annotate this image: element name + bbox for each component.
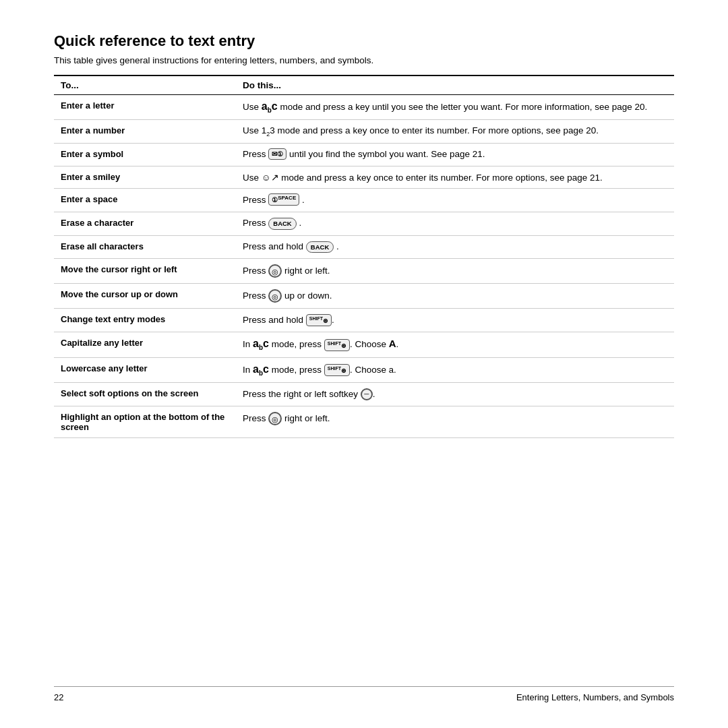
table-row: Erase a character Press BACK . xyxy=(54,212,674,235)
table-row: Change text entry modes Press and hold S… xyxy=(54,308,674,332)
abc-mode-cap-icon: abc xyxy=(253,338,269,349)
row-content: Press ①SPACE . xyxy=(236,188,674,212)
row-content: Press ◎ right or left. xyxy=(236,406,674,437)
row-label: Enter a smiley xyxy=(54,166,236,188)
table-row: Enter a number Use 123 mode and press a … xyxy=(54,120,674,144)
table-row: Enter a symbol Press ✉① until you find t… xyxy=(54,143,674,166)
row-label: Enter a letter xyxy=(54,95,236,120)
reference-table: To... Do this... Enter a letter Use abc … xyxy=(54,75,674,438)
back-key-hold-icon: BACK xyxy=(306,241,334,253)
row-content: In abc mode, press SHIFT⊛. Choose a. xyxy=(236,357,674,382)
row-label: Enter a space xyxy=(54,188,236,212)
row-label: Erase a character xyxy=(54,212,236,235)
row-label: Change text entry modes xyxy=(54,308,236,332)
page-title: Quick reference to text entry xyxy=(54,32,674,50)
table-row: Erase all characters Press and hold BACK… xyxy=(54,235,674,258)
table-row: Select soft options on the screen Press … xyxy=(54,382,674,406)
row-content: Press ◎ up or down. xyxy=(236,283,674,308)
row-content: Press and hold SHIFT⊛. xyxy=(236,308,674,332)
row-content: Press BACK . xyxy=(236,212,674,235)
table-row: Enter a smiley Use ☺↗ mode and press a k… xyxy=(54,166,674,188)
capital-a-label: A xyxy=(389,338,396,349)
table-row: Move the cursor up or down Press ◎ up or… xyxy=(54,283,674,308)
shift-key-icon: SHIFT⊛ xyxy=(306,314,332,327)
row-content: Press the right or left softkey ─. xyxy=(236,382,674,406)
row-content: Press and hold BACK . xyxy=(236,235,674,258)
page-footer: 22 Entering Letters, Numbers, and Symbol… xyxy=(54,686,674,702)
page-container: Quick reference to text entry This table… xyxy=(0,0,728,465)
row-label: Enter a number xyxy=(54,120,236,144)
row-label: Move the cursor up or down xyxy=(54,283,236,308)
back-key-icon: BACK xyxy=(268,218,296,229)
row-content: Use abc mode and press a key until you s… xyxy=(236,95,674,120)
table-row: Lowercase any letter In abc mode, press … xyxy=(54,357,674,382)
softkey-icon: ─ xyxy=(361,388,373,400)
smiley-mode-icon: ☺↗ xyxy=(262,173,279,183)
page-number: 22 xyxy=(54,692,63,702)
table-row: Enter a space Press ①SPACE . xyxy=(54,188,674,212)
shift-key-cap-icon: SHIFT⊛ xyxy=(324,339,350,352)
page-subtitle: This table gives general instructions fo… xyxy=(54,55,674,65)
table-row: Move the cursor right or left Press ◎ ri… xyxy=(54,258,674,283)
nav-key-icon2: ◎ xyxy=(268,289,282,303)
row-content: Press ✉① until you find the symbol you w… xyxy=(236,143,674,166)
row-label: Lowercase any letter xyxy=(54,357,236,382)
row-label: Highlight an option at the bottom of the… xyxy=(54,406,236,437)
table-row: Capitalize any letter In abc mode, press… xyxy=(54,332,674,357)
lower-a-label: a xyxy=(389,365,394,375)
row-label: Capitalize any letter xyxy=(54,332,236,357)
row-content: In abc mode, press SHIFT⊛. Choose A. xyxy=(236,332,674,357)
col2-header: Do this... xyxy=(236,75,674,95)
row-label: Move the cursor right or left xyxy=(54,258,236,283)
row-content: Use 123 mode and press a key once to ent… xyxy=(236,120,674,144)
chapter-title: Entering Letters, Numbers, and Symbols xyxy=(516,692,674,702)
num-mode-icon: 123 xyxy=(262,125,275,135)
row-content: Use ☺↗ mode and press a key once to ente… xyxy=(236,166,674,188)
col1-header: To... xyxy=(54,75,236,95)
row-label: Erase all characters xyxy=(54,235,236,258)
row-label: Select soft options on the screen xyxy=(54,382,236,406)
symbol-key-icon: ✉① xyxy=(268,148,286,160)
shift-key-low-icon: SHIFT⊛ xyxy=(324,364,350,377)
space-key-icon: ①SPACE xyxy=(268,193,299,206)
abc-mode-icon: abc xyxy=(262,100,278,112)
row-label: Enter a symbol xyxy=(54,143,236,166)
nav-key-icon3: ◎ xyxy=(268,412,282,425)
nav-key-icon: ◎ xyxy=(268,264,282,278)
abc-mode-low-icon: abc xyxy=(253,363,269,375)
table-row: Highlight an option at the bottom of the… xyxy=(54,406,674,437)
table-row: Enter a letter Use abc mode and press a … xyxy=(54,95,674,120)
row-content: Press ◎ right or left. xyxy=(236,258,674,283)
